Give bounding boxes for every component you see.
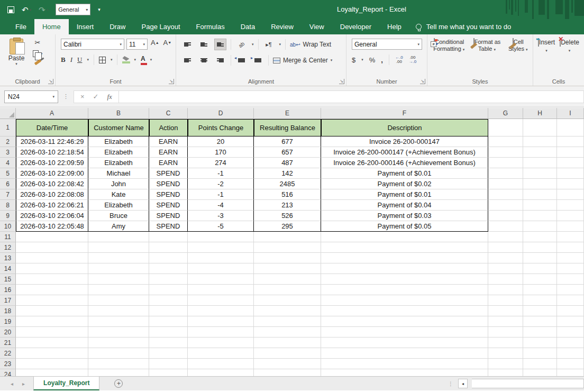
cell-G16[interactable] xyxy=(488,285,523,295)
menu-tab-view[interactable]: View xyxy=(302,19,332,34)
align-center-icon[interactable] xyxy=(198,54,210,66)
cell-G2[interactable] xyxy=(488,136,523,147)
cell-D20[interactable] xyxy=(188,327,254,338)
cell-A6[interactable]: 2026-03-10 22:08:42 xyxy=(16,179,88,189)
font-size-select[interactable]: 11▾ xyxy=(126,39,148,50)
cell-F17[interactable] xyxy=(321,295,488,306)
cell-F12[interactable] xyxy=(321,242,488,253)
cell-C18[interactable] xyxy=(149,306,188,316)
cell-G19[interactable] xyxy=(488,316,523,327)
cell-D13[interactable] xyxy=(188,253,254,263)
cell-C8[interactable]: SPEND xyxy=(149,200,188,211)
cell-D5[interactable]: -1 xyxy=(188,168,254,179)
cell-I6[interactable] xyxy=(557,179,584,189)
cell-F1[interactable]: Description xyxy=(321,119,488,136)
cell-H22[interactable] xyxy=(523,348,557,359)
cell-A18[interactable] xyxy=(16,306,88,316)
cell-G14[interactable] xyxy=(488,263,523,274)
cell-C15[interactable] xyxy=(149,274,188,285)
font-color-icon[interactable]: A xyxy=(141,55,145,65)
menu-tab-help[interactable]: Help xyxy=(379,19,409,34)
row-header-19[interactable]: 19 xyxy=(0,316,16,327)
new-sheet-icon[interactable]: + xyxy=(114,379,123,388)
italic-button[interactable]: I xyxy=(70,56,72,64)
row-header-13[interactable]: 13 xyxy=(0,253,16,263)
cell-I10[interactable] xyxy=(557,221,584,232)
cell-F20[interactable] xyxy=(321,327,488,338)
merge-center-button[interactable]: Merge & Center▾ xyxy=(273,57,332,64)
cell-C17[interactable] xyxy=(149,295,188,306)
copy-icon[interactable]: ▾ xyxy=(33,50,42,58)
cell-D12[interactable] xyxy=(188,242,254,253)
cell-F19[interactable] xyxy=(321,316,488,327)
cell-F2[interactable]: Invoice 26-200-000147 xyxy=(321,136,488,147)
row-header-17[interactable]: 17 xyxy=(0,295,16,306)
cell-A24[interactable] xyxy=(16,369,88,376)
cell-G17[interactable] xyxy=(488,295,523,306)
middle-align-icon[interactable] xyxy=(198,39,210,50)
cell-H18[interactable] xyxy=(523,306,557,316)
save-icon[interactable] xyxy=(7,6,14,13)
cell-B1[interactable]: Customer Name xyxy=(88,119,149,136)
cell-I15[interactable] xyxy=(557,274,584,285)
cell-H8[interactable] xyxy=(523,200,557,211)
row-header-15[interactable]: 15 xyxy=(0,274,16,285)
cell-B10[interactable]: Amy xyxy=(88,221,149,232)
cell-E20[interactable] xyxy=(254,327,321,338)
cell-C7[interactable]: SPEND xyxy=(149,189,188,200)
cell-I18[interactable] xyxy=(557,306,584,316)
cell-E13[interactable] xyxy=(254,253,321,263)
cell-C3[interactable]: EARN xyxy=(149,147,188,158)
cell-I4[interactable] xyxy=(557,158,584,168)
cell-H11[interactable] xyxy=(523,232,557,242)
cell-E12[interactable] xyxy=(254,242,321,253)
cell-H16[interactable] xyxy=(523,285,557,295)
row-header-16[interactable]: 16 xyxy=(0,285,16,295)
cell-D18[interactable] xyxy=(188,306,254,316)
menu-tab-draw[interactable]: Draw xyxy=(102,19,133,34)
menu-tab-formulas[interactable]: Formulas xyxy=(188,19,233,34)
cell-A15[interactable] xyxy=(16,274,88,285)
cell-B18[interactable] xyxy=(88,306,149,316)
sheet-tab-loyalty-report[interactable]: Loyalty_Report xyxy=(33,377,99,390)
increase-indent-icon[interactable]: ▸ xyxy=(252,54,264,66)
menu-tab-home[interactable]: Home xyxy=(34,19,69,34)
cancel-icon[interactable]: × xyxy=(80,93,85,101)
cell-A13[interactable] xyxy=(16,253,88,263)
cell-E11[interactable] xyxy=(254,232,321,242)
font-name-select[interactable]: Calibri▾ xyxy=(61,39,124,50)
format-painter-icon[interactable] xyxy=(33,61,42,63)
cell-G5[interactable] xyxy=(488,168,523,179)
cell-H5[interactable] xyxy=(523,168,557,179)
row-header-6[interactable]: 6 xyxy=(0,179,16,189)
cell-B12[interactable] xyxy=(88,242,149,253)
bottom-align-icon[interactable] xyxy=(214,39,226,50)
cell-I12[interactable] xyxy=(557,242,584,253)
row-header-22[interactable]: 22 xyxy=(0,348,16,359)
undo-icon[interactable]: ↶▾ xyxy=(22,6,31,14)
hscroll-left-icon[interactable]: ◂ xyxy=(458,379,468,388)
cell-B17[interactable] xyxy=(88,295,149,306)
name-box[interactable]: N24▾ xyxy=(4,90,58,103)
cell-B21[interactable] xyxy=(88,338,149,348)
cell-I11[interactable] xyxy=(557,232,584,242)
menu-tab-data[interactable]: Data xyxy=(233,19,263,34)
cell-B19[interactable] xyxy=(88,316,149,327)
cell-B4[interactable]: Elizabeth xyxy=(88,158,149,168)
cell-H4[interactable] xyxy=(523,158,557,168)
cell-C9[interactable]: SPEND xyxy=(149,211,188,221)
row-header-12[interactable]: 12 xyxy=(0,242,16,253)
cell-A21[interactable] xyxy=(16,338,88,348)
cell-I23[interactable] xyxy=(557,359,584,369)
cell-C12[interactable] xyxy=(149,242,188,253)
cell-D4[interactable]: 274 xyxy=(188,158,254,168)
borders-icon[interactable] xyxy=(99,57,106,63)
cell-G10[interactable] xyxy=(488,221,523,232)
horizontal-scrollbar[interactable] xyxy=(472,379,584,388)
menu-tab-page-layout[interactable]: Page Layout xyxy=(134,19,188,34)
cell-F8[interactable]: Payment of $0.04 xyxy=(321,200,488,211)
cell-G22[interactable] xyxy=(488,348,523,359)
cell-F18[interactable] xyxy=(321,306,488,316)
cell-C11[interactable] xyxy=(149,232,188,242)
cell-I2[interactable] xyxy=(557,136,584,147)
